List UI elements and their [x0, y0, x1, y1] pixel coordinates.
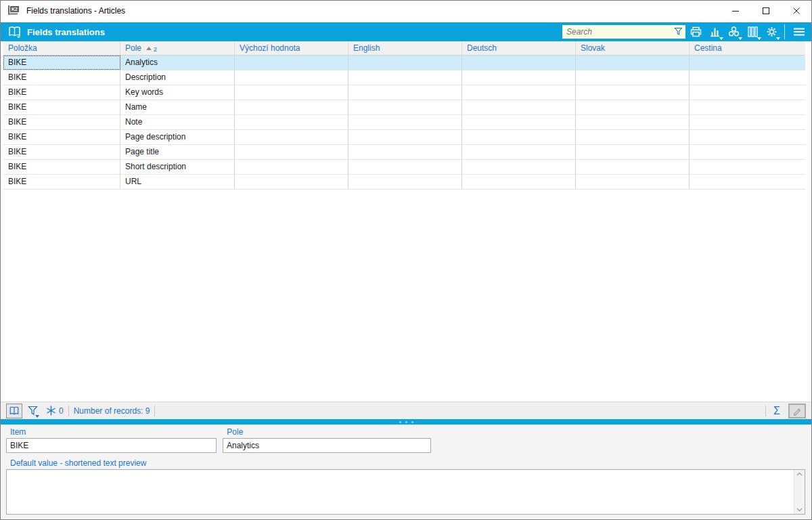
edit-button-disabled[interactable] — [788, 404, 806, 418]
table-cell[interactable] — [462, 70, 576, 85]
column-header-english[interactable]: English — [348, 41, 462, 55]
print-button[interactable] — [687, 24, 704, 40]
table-row[interactable]: BIKE Analytics — [3, 56, 805, 70]
table-cell[interactable] — [576, 85, 690, 100]
column-header-slovak[interactable]: Slovak — [576, 41, 690, 55]
table-row[interactable]: BIKE Description — [3, 70, 805, 85]
frozen-rows-button[interactable] — [43, 404, 59, 418]
table-cell[interactable]: URL — [120, 175, 235, 189]
table-row[interactable]: BIKE Page title — [3, 145, 805, 160]
table-cell[interactable] — [235, 115, 348, 129]
table-cell[interactable]: Description — [120, 70, 235, 85]
table-cell[interactable] — [348, 100, 462, 114]
table-cell[interactable] — [235, 85, 348, 100]
default-value-preview-text[interactable] — [7, 470, 794, 514]
table-cell[interactable] — [690, 130, 805, 144]
table-cell[interactable]: Page title — [120, 145, 235, 159]
table-cell[interactable]: BIKE — [3, 115, 120, 129]
table-cell[interactable]: Analytics — [120, 56, 235, 70]
table-cell[interactable]: Key words — [120, 85, 235, 100]
table-cell[interactable] — [690, 56, 805, 70]
table-cell[interactable]: BIKE — [3, 130, 120, 144]
table-cell[interactable] — [462, 175, 576, 189]
table-cell[interactable] — [690, 70, 805, 85]
table-cell[interactable] — [348, 145, 462, 159]
table-cell[interactable] — [576, 130, 690, 144]
column-header-pole[interactable]: Pole 2 — [120, 41, 235, 55]
table-cell[interactable] — [462, 160, 576, 174]
table-cell[interactable] — [576, 145, 690, 159]
table-cell[interactable] — [348, 130, 462, 144]
table-cell[interactable] — [576, 100, 690, 114]
process-button[interactable] — [725, 24, 742, 40]
table-cell[interactable] — [348, 175, 462, 189]
table-cell[interactable] — [462, 85, 576, 100]
table-cell[interactable] — [576, 160, 690, 174]
table-cell[interactable] — [690, 145, 805, 159]
table-cell[interactable]: BIKE — [3, 56, 120, 70]
preview-toggle-button[interactable] — [6, 404, 22, 418]
table-cell[interactable] — [462, 145, 576, 159]
maximize-button[interactable] — [750, 1, 781, 21]
table-cell[interactable] — [348, 85, 462, 100]
menu-button[interactable] — [790, 24, 807, 40]
scroll-down-icon[interactable] — [796, 508, 803, 512]
minimize-button[interactable] — [720, 1, 750, 21]
search-input[interactable] — [562, 25, 685, 39]
table-cell[interactable] — [462, 100, 576, 114]
table-row[interactable]: BIKE Page description — [3, 130, 805, 145]
table-cell[interactable]: BIKE — [3, 100, 120, 114]
table-cell[interactable] — [690, 100, 805, 114]
close-button[interactable] — [781, 1, 811, 21]
column-header-vychozi-hodnota[interactable]: Výchozí hodnota — [235, 41, 348, 55]
table-row[interactable]: BIKE Short description — [3, 160, 805, 175]
search-filter-icon[interactable] — [673, 26, 683, 37]
column-header-deutsch[interactable]: Deutsch — [462, 41, 576, 55]
table-cell[interactable] — [690, 160, 805, 174]
table-row[interactable]: BIKE Note — [3, 115, 805, 130]
table-cell[interactable] — [462, 115, 576, 129]
chart-button[interactable] — [706, 24, 723, 40]
scroll-up-icon[interactable] — [796, 472, 803, 476]
table-cell[interactable]: BIKE — [3, 175, 120, 189]
table-cell[interactable] — [235, 100, 348, 114]
table-cell[interactable]: BIKE — [3, 85, 120, 100]
table-cell[interactable] — [348, 56, 462, 70]
table-cell[interactable]: BIKE — [3, 160, 120, 174]
table-cell[interactable] — [235, 56, 348, 70]
filter-button[interactable] — [24, 404, 41, 418]
table-cell[interactable] — [576, 175, 690, 189]
table-cell[interactable] — [462, 130, 576, 144]
table-cell[interactable]: Note — [120, 115, 235, 129]
panel-splitter[interactable] — [1, 419, 811, 425]
table-cell[interactable]: BIKE — [3, 145, 120, 159]
settings-button[interactable] — [763, 24, 780, 40]
column-header-cestina[interactable]: Cestina — [690, 41, 805, 55]
table-cell[interactable] — [235, 70, 348, 85]
table-cell[interactable] — [576, 70, 690, 85]
table-cell[interactable] — [235, 160, 348, 174]
table-cell[interactable] — [462, 56, 576, 70]
column-header-polozka[interactable]: Položka — [3, 41, 120, 55]
table-cell[interactable] — [576, 56, 690, 70]
table-row[interactable]: BIKE Key words — [3, 85, 805, 100]
table-cell[interactable] — [690, 175, 805, 189]
table-cell[interactable]: Short description — [120, 160, 235, 174]
table-cell[interactable] — [576, 115, 690, 129]
table-cell[interactable] — [690, 115, 805, 129]
table-cell[interactable] — [348, 160, 462, 174]
table-row[interactable]: BIKE Name — [3, 100, 805, 115]
pole-field[interactable] — [223, 438, 431, 453]
table-cell[interactable] — [235, 130, 348, 144]
preview-scrollbar[interactable] — [794, 470, 805, 514]
table-cell[interactable] — [348, 115, 462, 129]
sum-button[interactable]: Σ — [771, 405, 783, 417]
table-cell[interactable]: BIKE — [3, 70, 120, 85]
table-cell[interactable] — [348, 70, 462, 85]
item-field[interactable] — [6, 438, 217, 453]
table-row[interactable]: BIKE URL — [3, 175, 805, 190]
columns-button[interactable] — [744, 24, 761, 40]
table-cell[interactable] — [690, 85, 805, 100]
table-cell[interactable] — [235, 175, 348, 189]
table-cell[interactable] — [235, 145, 348, 159]
